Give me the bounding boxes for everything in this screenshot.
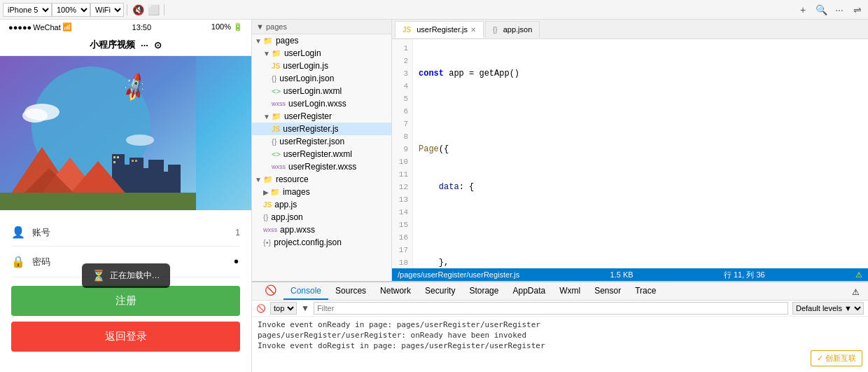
folder-icon: 📁 bbox=[263, 36, 273, 46]
back-login-button[interactable]: 返回登录 bbox=[11, 322, 240, 352]
zoom-select[interactable]: 100% bbox=[52, 3, 90, 17]
tree-item-appjs[interactable]: JS app.js bbox=[252, 198, 391, 211]
device-select[interactable]: iPhone 5 bbox=[3, 3, 52, 17]
console-filter-input[interactable] bbox=[314, 302, 788, 315]
filesize-label: 1.5 KB bbox=[610, 270, 634, 279]
log-level-select[interactable]: Default levels ▼ bbox=[792, 302, 864, 315]
bottom-tab-appdata[interactable]: AppData bbox=[505, 283, 552, 300]
tree-item-userregisterwxss[interactable]: wxss userRegister.wxss bbox=[252, 160, 391, 173]
arrow-icon: ▼ bbox=[263, 50, 270, 57]
warning-icon: ⚠ bbox=[855, 270, 862, 280]
loading-spinner: ⏳ bbox=[92, 269, 106, 282]
folder-icon: 📁 bbox=[272, 49, 281, 58]
code-body: 12345 678910 1112131415 1617181920 21222… bbox=[392, 39, 868, 268]
tab-close-icon[interactable]: ✕ bbox=[470, 26, 476, 34]
code-editor-panel: JS userRegister.js ✕ {} app.json 12345 6… bbox=[392, 20, 868, 281]
folder-icon: 📁 bbox=[270, 188, 280, 197]
phone-time: 13:50 bbox=[132, 23, 152, 32]
svg-rect-14 bbox=[117, 156, 119, 158]
tab-userregisterjs[interactable]: JS userRegister.js ✕ bbox=[395, 21, 484, 38]
editors-row: ▼ pages ▼ 📁 pages ▼ 📁 userLogin JS userL… bbox=[252, 20, 868, 281]
bottom-tab-console[interactable]: Console bbox=[284, 283, 328, 300]
wxss-icon: wxss bbox=[263, 226, 277, 233]
tree-item-userloginwxss[interactable]: wxss userLogin.wxss bbox=[252, 97, 391, 110]
bottom-tab-wxml[interactable]: Wxml bbox=[552, 283, 587, 300]
wxss-icon: wxss bbox=[272, 163, 286, 170]
bottom-tab-network[interactable]: Network bbox=[373, 283, 418, 300]
tree-item-appjson[interactable]: {} app.json bbox=[252, 211, 391, 223]
toast-overlay: ⏳ 正在加载中… bbox=[82, 263, 170, 288]
tree-item-userregisterwxml[interactable]: <> userRegister.wxml bbox=[252, 148, 391, 160]
tree-item-userloginjson[interactable]: {} userLogin.json bbox=[252, 72, 391, 85]
tree-label: pages bbox=[276, 36, 299, 46]
arrow-icon: ▼ bbox=[263, 113, 270, 120]
console-source-select[interactable]: top bbox=[270, 302, 297, 315]
svg-rect-17 bbox=[135, 160, 137, 162]
tree-label: userLogin.js bbox=[283, 61, 328, 71]
mute-icon[interactable]: 🔇 bbox=[130, 2, 146, 18]
tree-item-appwxss[interactable]: wxss app.wxss bbox=[252, 223, 391, 236]
tree-item-pages[interactable]: ▼ 📁 pages bbox=[252, 34, 391, 47]
tree-item-userloginwxml[interactable]: <> userLogin.wxml bbox=[252, 85, 391, 97]
tree-item-userregisterjs[interactable]: JS userRegister.js bbox=[252, 123, 391, 135]
carrier-label: WeChat bbox=[33, 23, 61, 32]
toolbar-divider2 bbox=[164, 4, 164, 15]
code-line bbox=[419, 219, 862, 231]
tree-label: userRegister.json bbox=[279, 137, 344, 146]
console-log-3: Invoke event doRegist in page: pages/use… bbox=[258, 340, 862, 351]
tree-item-userregisterjson[interactable]: {} userRegister.json bbox=[252, 135, 391, 148]
svg-rect-15 bbox=[113, 161, 115, 163]
password-icon: 🔒 bbox=[11, 255, 25, 268]
network-select[interactable]: WiFi bbox=[90, 3, 124, 17]
tree-item-images[interactable]: ▶ 📁 images bbox=[252, 186, 391, 198]
phone-status-bar: ●●●●● WeChat 📶 13:50 100% 🔋 bbox=[0, 20, 251, 34]
console-log-1: Invoke event onReady in page: pages/user… bbox=[258, 319, 862, 330]
js-icon: JS bbox=[272, 62, 280, 70]
tree-item-projectconfig[interactable]: {•} project.config.json bbox=[252, 236, 391, 249]
bottom-tab-trace[interactable]: Trace bbox=[628, 283, 663, 300]
search-icon[interactable]: 🔍 bbox=[813, 2, 829, 18]
js-icon: JS bbox=[272, 125, 280, 133]
phone-panel: ●●●●● WeChat 📶 13:50 100% 🔋 小程序视频 ··· ⊙ bbox=[0, 20, 252, 372]
tab-label: app.json bbox=[503, 25, 533, 34]
bottom-tab-sensor[interactable]: Sensor bbox=[587, 283, 628, 300]
tree-label: images bbox=[283, 187, 310, 197]
top-toolbar: iPhone 5 100% WiFi 🔇 ⬜ + 🔍 ··· ⇌ bbox=[0, 0, 868, 20]
wifi-icon: 📶 bbox=[62, 22, 72, 32]
tree-item-resource[interactable]: ▼ 📁 resource bbox=[252, 173, 391, 186]
tree-item-userlogin[interactable]: ▼ 📁 userLogin bbox=[252, 47, 391, 60]
line-numbers: 12345 678910 1112131415 1617181920 21222… bbox=[392, 39, 413, 268]
more-icon[interactable]: ··· bbox=[832, 2, 847, 18]
wxss-icon: wxss bbox=[272, 100, 286, 107]
bottom-tab-clear[interactable]: 🚫 bbox=[258, 282, 284, 300]
svg-rect-16 bbox=[132, 160, 134, 162]
tree-label: userLogin.wxss bbox=[288, 99, 346, 109]
warning-count: ⚠ bbox=[849, 284, 862, 300]
wxml-icon: <> bbox=[272, 87, 281, 95]
add-icon[interactable]: + bbox=[795, 2, 811, 18]
connect-icon[interactable]: ⇌ bbox=[850, 2, 865, 18]
right-panel: ▼ pages ▼ 📁 pages ▼ 📁 userLogin JS userL… bbox=[252, 20, 868, 372]
watermark: ✓ 创新互联 bbox=[811, 350, 862, 366]
tree-item-userregister[interactable]: ▼ 📁 userRegister bbox=[252, 110, 391, 123]
tree-label: userRegister.wxml bbox=[284, 149, 352, 159]
bottom-tab-sources[interactable]: Sources bbox=[328, 283, 373, 300]
console-log-2: pages/userRegister/userRegister: onReady… bbox=[258, 330, 862, 340]
tree-toolbar: ▼ pages bbox=[252, 20, 391, 34]
arrow-icon: ▼ bbox=[255, 37, 262, 45]
tab-appjson[interactable]: {} app.json bbox=[485, 21, 540, 38]
js-icon: JS bbox=[263, 201, 272, 209]
signal-dots: ●●●●● bbox=[8, 23, 31, 32]
position-label: 行 11, 列 36 bbox=[724, 270, 765, 280]
tree-item-userloginjs[interactable]: JS userLogin.js bbox=[252, 60, 391, 72]
main-area: ●●●●● WeChat 📶 13:50 100% 🔋 小程序视频 ··· ⊙ bbox=[0, 20, 868, 372]
svg-rect-12 bbox=[168, 165, 181, 196]
tab-label: userRegister.js bbox=[416, 25, 468, 34]
register-button[interactable]: 注册 bbox=[11, 286, 240, 316]
screen-icon[interactable]: ⬜ bbox=[146, 2, 161, 18]
bottom-tab-security[interactable]: Security bbox=[418, 283, 462, 300]
bottom-tab-storage[interactable]: Storage bbox=[462, 283, 505, 300]
editor-statusbar: /pages/userRegister/userRegister.js 1.5 … bbox=[392, 268, 868, 281]
account-icon: 👤 bbox=[11, 226, 25, 239]
console-body: Invoke event onReady in page: pages/user… bbox=[252, 317, 868, 372]
